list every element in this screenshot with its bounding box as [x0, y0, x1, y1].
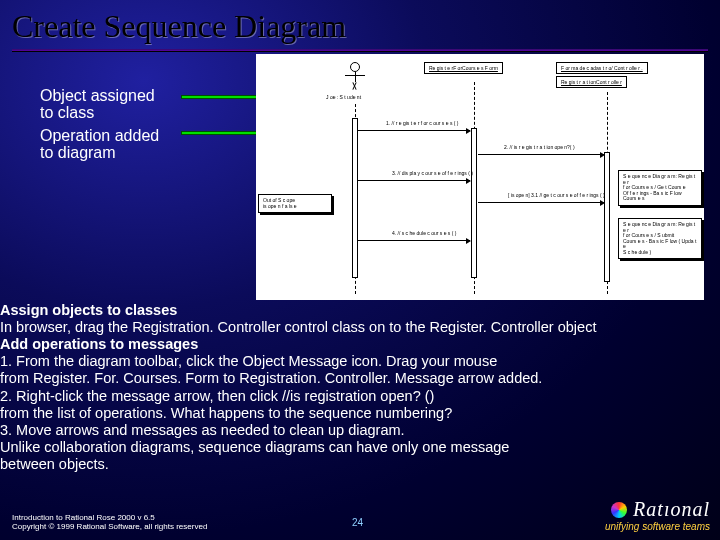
note-line: S e que nc e Dia gr a m: Re gis t e r — [623, 173, 695, 185]
callout-line: Operation added — [40, 127, 159, 144]
message-arrow — [478, 154, 604, 155]
footer-text: Introduction to Rational Rose 2000 v 6.5… — [12, 513, 207, 532]
rational-logo: Ratıonal unifying software teams — [605, 498, 710, 532]
footer-line: Copyright © 1999 Rational Software, all … — [12, 522, 207, 531]
message-label: 4. // s c he dule c our s e s ( ) — [392, 230, 456, 236]
note-line: Cours e s - Ba s ic F low ( Upda t e — [623, 238, 696, 250]
object-box-form: Re gis t e rF orCours e s F orm — [424, 62, 503, 74]
message-label: 1. // r e gis t e r f or c our s e s ( ) — [386, 120, 459, 126]
title-underline — [12, 49, 708, 52]
sequence-diagram: J oe : S t ude nt Re gis t e rF orCours … — [256, 54, 704, 300]
callout-operation-added: Operation added to diagram — [40, 128, 159, 162]
note-line: S c he dule ) — [623, 249, 651, 255]
logo-tagline: unifying software teams — [605, 521, 710, 532]
body-line: In browser, drag the Registration. Contr… — [0, 319, 596, 335]
note-line: S e que nc e Dia gr a m: Re gis t e r — [623, 221, 695, 233]
callout-line: to diagram — [40, 144, 116, 161]
subheading-assign: Assign objects to classes — [0, 302, 177, 318]
footer-line: Introduction to Rational Rose 2000 v 6.5 — [12, 513, 155, 522]
activation-bar — [604, 152, 610, 282]
body-line: Unlike collaboration diagrams, sequence … — [0, 439, 509, 455]
body-line: 3. Move arrows and messages as needed to… — [0, 422, 405, 438]
message-arrow — [358, 180, 470, 181]
callout-object-assigned: Object assigned to class — [40, 88, 155, 122]
callout-line: to class — [40, 104, 94, 121]
body-text: Assign objects to classes In browser, dr… — [0, 302, 720, 473]
body-line: from Register. For. Courses. Form to Reg… — [0, 370, 542, 386]
actor-icon — [350, 62, 360, 82]
note-box: Out of S c ope is ope n f a ls e — [258, 194, 332, 213]
ref-box: S e que nc e Dia gr a m: Re gis t e r f … — [618, 218, 702, 259]
message-label: 2. // is r e gis t r a t ion ope n?( ) — [504, 144, 575, 150]
message-arrow — [478, 202, 604, 203]
page-number: 24 — [352, 517, 363, 528]
actor-label: J oe : S t ude nt — [326, 94, 361, 100]
body-line: between objects. — [0, 456, 109, 472]
message-label: 3. // dis pla y c our s e of f e r ings … — [392, 170, 473, 176]
message-arrow — [358, 240, 470, 241]
body-line: 1. From the diagram toolbar, click the O… — [0, 353, 497, 369]
slide-title: Create Sequence Diagram — [0, 0, 720, 49]
object-box-controller-1: F or ma de c adas t r o/ Cont r olle r . — [556, 62, 648, 74]
message-label: [ is ope n] 3.1 // ge t c our s e of f e… — [508, 192, 605, 198]
subheading-addops: Add operations to messages — [0, 336, 198, 352]
body-line: from the list of operations. What happen… — [0, 405, 452, 421]
activation-bar — [471, 128, 477, 278]
note-line: Cours e s — [623, 195, 644, 201]
ref-box: S e que nc e Dia gr a m: Re gis t e r f … — [618, 170, 702, 206]
note-line: is ope n f a ls e — [263, 203, 297, 209]
logo-brand: Ratıonal — [605, 498, 710, 521]
object-box-controller-2: Re gis t r a t ionCont r olle r — [556, 76, 627, 88]
body-line: 2. Right-click the message arrow, then c… — [0, 388, 434, 404]
activation-bar — [352, 118, 358, 278]
callout-line: Object assigned — [40, 87, 155, 104]
message-arrow — [358, 130, 470, 131]
